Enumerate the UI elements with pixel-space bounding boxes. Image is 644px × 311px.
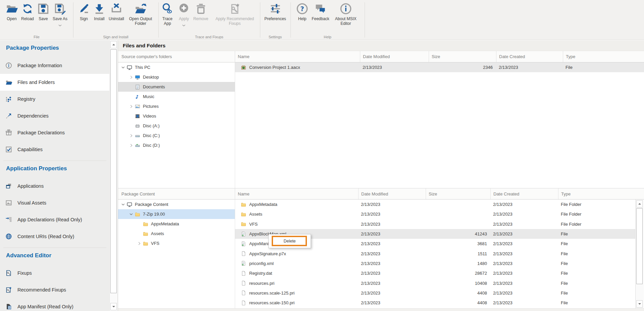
sidebar-item-fixups[interactable]: Fixups	[0, 265, 110, 281]
file-row-appxsignature-p7x[interactable]: AppxSignature.p7x2/13/202315112/13/2023F…	[235, 249, 635, 258]
file-row-resources-scale-125-pri[interactable]: resources.scale-125.pri2/13/202344082/13…	[235, 288, 635, 298]
sidebar-item-visual-assets[interactable]: Visual Assets	[0, 194, 110, 211]
column-header-date-modified[interactable]: Date Modified	[358, 188, 426, 199]
chevron-right-icon[interactable]	[128, 143, 134, 148]
help-icon: ?	[296, 3, 308, 15]
sidebar-item-package-declarations[interactable]: Package Declarations	[0, 124, 110, 141]
file-name-cell: Registry.dat	[235, 271, 358, 276]
remove-trash-icon	[195, 3, 207, 15]
reload-button[interactable]: Reload	[19, 3, 36, 21]
install-button[interactable]: Install	[92, 3, 107, 21]
package-tree-item-7-zip-19-00[interactable]: 7-Zip 19.00	[118, 209, 235, 219]
file-name-cell: resources.scale-125.pri	[235, 290, 358, 296]
file-row-resources-scale-150-pri[interactable]: resources.scale-150.pri2/13/202344082/13…	[235, 298, 635, 308]
help-button[interactable]: ?Help	[294, 3, 310, 21]
apply-button[interactable]: Apply	[176, 3, 192, 28]
preferences-button[interactable]: Preferences	[262, 3, 289, 21]
apply-plus-icon	[178, 3, 190, 15]
column-header-date-created[interactable]: Date Created	[496, 51, 563, 62]
source-tree-item-disc-c[interactable]: Disc (C:)	[118, 131, 235, 140]
chevron-down-icon[interactable]	[128, 212, 134, 217]
feedback-button[interactable]: Feedback	[310, 3, 331, 21]
column-header-date-modified[interactable]: Date Modified	[360, 51, 429, 62]
install-icon	[93, 3, 105, 15]
sidebar-item-recommended-fixups[interactable]: Recommended Fixups	[0, 281, 110, 298]
date-modified-cell: 2/13/2023	[358, 251, 426, 256]
column-header-size[interactable]: Size	[429, 51, 496, 62]
sign-button[interactable]: Sign	[76, 3, 92, 21]
source-tree-item-disc-a[interactable]: Disc (A:)	[118, 121, 235, 131]
package-tree-item-package-content[interactable]: Package Content	[118, 199, 235, 209]
scroll-down-button[interactable]	[636, 300, 643, 308]
source-tree-item-pictures[interactable]: Pictures	[118, 101, 235, 111]
file-row-registry-dat[interactable]: Registry.dat2/13/2023286722/13/2023File	[235, 268, 635, 278]
tree-item-label: VFS	[151, 241, 159, 246]
column-header-type[interactable]: Type	[563, 51, 644, 62]
file-row-vfs[interactable]: VFS2/13/20232/13/2023File Folder	[235, 219, 635, 229]
button-label: Uninstall	[109, 16, 124, 21]
column-header-size[interactable]: Size	[426, 188, 490, 199]
save-button[interactable]: Save	[36, 3, 51, 21]
sidebar-item-package-information[interactable]: Package Information	[0, 57, 110, 74]
sidebar-item-capabilities[interactable]: Capabilities	[0, 141, 110, 158]
horizontal-scrollbar-strip[interactable]	[118, 308, 644, 311]
scrollbar-thumb[interactable]	[110, 49, 117, 293]
button-label: Save	[39, 16, 48, 21]
trace-app-button[interactable]: Trace App	[159, 3, 176, 26]
sidebar-item-files-and-folders[interactable]: Files and Folders	[0, 74, 110, 91]
source-tree-item-disc-d[interactable]: Disc (D:)	[118, 140, 235, 150]
source-tree-item-music[interactable]: Music	[118, 92, 235, 101]
info-circle-icon	[5, 62, 12, 69]
file-row-assets[interactable]: Assets2/13/20232/13/2023File Folder	[235, 209, 635, 219]
chevron-right-icon[interactable]	[128, 104, 134, 109]
column-header-type[interactable]: Type	[558, 188, 644, 199]
ribbon-group-label: Settings	[260, 35, 290, 39]
date-modified-cell: 2/13/2023	[358, 222, 426, 227]
chevron-down-icon[interactable]	[120, 65, 126, 70]
apply-recommended-fixups-button[interactable]: Apply Recommended Fixups	[210, 3, 260, 26]
save-as-button[interactable]: Save As	[51, 3, 69, 28]
source-tree-item-desktop[interactable]: Desktop	[118, 72, 235, 82]
source-tree-item-this-pc[interactable]: This PC	[118, 62, 235, 72]
file-row-appxmetadata[interactable]: AppxMetadata2/13/20232/13/2023File Folde…	[235, 199, 635, 209]
sidebar-item-app-manifest-read-only[interactable]: App Manifest (Read Only)	[0, 298, 110, 311]
package-tree-item-assets[interactable]: Assets	[118, 229, 235, 238]
about-msix-editor-button[interactable]: About MSIX Editor	[331, 3, 361, 26]
scroll-up-button[interactable]	[636, 200, 643, 208]
chevron-right-icon[interactable]	[128, 133, 134, 138]
column-header-name[interactable]: Name	[235, 188, 358, 199]
file-row-conversion-project-1-aacx[interactable]: Conversion Project 1.aacx2/13/202323462/…	[235, 62, 644, 72]
column-header-date-created[interactable]: Date Created	[490, 188, 558, 199]
package-tree-item-vfs[interactable]: VFS	[118, 238, 235, 248]
sidebar-item-app-declarations-read-only[interactable]: App Declarations (Read Only)	[0, 211, 110, 228]
chevron-down-icon[interactable]	[120, 202, 126, 207]
sidebar-scrollbar[interactable]	[109, 40, 117, 311]
fixups-star-icon	[229, 3, 241, 15]
sidebar-item-content-uris-read-only[interactable]: Content URIs (Read Only)	[0, 228, 110, 245]
open-button[interactable]: Open	[4, 3, 19, 21]
chevron-spacer	[128, 94, 134, 99]
date-created-cell: 2/13/2023	[490, 261, 558, 266]
context-menu-item-delete[interactable]: Delete	[269, 234, 311, 248]
remove-button[interactable]: Remove	[192, 3, 210, 21]
source-pane-header: Source computer's folders	[118, 51, 235, 62]
sidebar-item-dependencies[interactable]: Dependencies	[0, 107, 110, 124]
sidebar-item-applications[interactable]: Applications	[0, 178, 110, 194]
chevron-right-icon[interactable]	[136, 241, 142, 246]
scroll-up-button[interactable]	[110, 41, 117, 48]
size-cell: 2346	[429, 65, 496, 70]
uninstall-button[interactable]: Uninstall	[107, 3, 126, 21]
sidebar-item-label: Recommended Fixups	[17, 287, 66, 293]
file-row-resources-pri[interactable]: resources.pri2/13/2023104082/13/2023File	[235, 278, 635, 288]
open-output-folder-button[interactable]: Open Output Folder	[126, 3, 155, 26]
package-list-scrollbar[interactable]	[635, 199, 644, 308]
scroll-down-button[interactable]	[110, 303, 117, 310]
column-header-name[interactable]: Name	[235, 51, 360, 62]
source-tree-item-videos[interactable]: Videos	[118, 111, 235, 121]
package-tree-item-appxmetadata[interactable]: AppxMetadata	[118, 219, 235, 229]
source-tree-item-documents[interactable]: Documents	[118, 82, 235, 92]
chevron-right-icon[interactable]	[128, 75, 134, 80]
file-row-priconfig-xml[interactable]: priconfig.xml2/13/202314802/13/2023File	[235, 259, 635, 268]
scrollbar-thumb[interactable]	[636, 208, 643, 284]
sidebar-item-registry[interactable]: Registry	[0, 91, 110, 107]
